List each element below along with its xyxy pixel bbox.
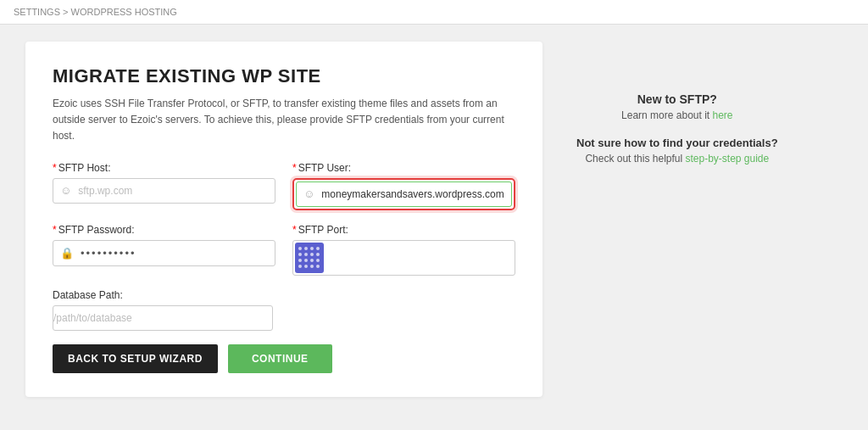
form-row-1: *SFTP Host: ☺ *SFTP User: ☺ bbox=[53, 162, 515, 210]
database-path-input[interactable] bbox=[53, 306, 272, 330]
sftp-host-label: *SFTP Host: bbox=[53, 162, 275, 174]
sftp-host-group: *SFTP Host: ☺ bbox=[53, 162, 275, 210]
database-path-input-wrapper bbox=[53, 305, 273, 331]
form-row-3: Database Path: bbox=[53, 289, 515, 331]
sftp-password-input-wrapper: 🔒 bbox=[53, 240, 275, 266]
new-to-sftp-text: Learn more about it here bbox=[576, 109, 778, 121]
sftp-password-label: *SFTP Password: bbox=[53, 224, 275, 236]
main-card: MIGRATE EXISTING WP SITE Ezoic uses SSH … bbox=[25, 42, 542, 397]
sftp-user-highlight-wrapper: ☺ bbox=[292, 178, 515, 210]
database-path-group: Database Path: bbox=[53, 289, 273, 331]
sftp-user-input-wrapper: ☺ bbox=[296, 181, 512, 207]
sftp-port-input[interactable] bbox=[324, 246, 513, 270]
sftp-password-input[interactable] bbox=[81, 241, 275, 265]
database-path-label: Database Path: bbox=[53, 289, 273, 301]
required-star-port: * bbox=[292, 224, 297, 236]
sftp-user-input[interactable] bbox=[321, 182, 511, 206]
continue-button[interactable]: CONTINUE bbox=[228, 344, 332, 373]
back-to-setup-button[interactable]: BACK TO SETUP WIZARD bbox=[53, 344, 218, 373]
card-description: Ezoic uses SSH File Transfer Protocol, o… bbox=[53, 96, 515, 145]
breadcrumb: SETTINGS > WORDPRESS HOSTING bbox=[0, 0, 868, 25]
page-title: MIGRATE EXISTING WP SITE bbox=[53, 65, 515, 87]
sftp-host-input[interactable] bbox=[78, 179, 275, 203]
breadcrumb-settings[interactable]: SETTINGS bbox=[14, 7, 60, 17]
side-panel: New to SFTP? Learn more about it here No… bbox=[576, 42, 778, 397]
required-star-pwd: * bbox=[53, 224, 57, 236]
credentials-title: Not sure how to find your credentials? bbox=[576, 137, 778, 149]
lock-icon: 🔒 bbox=[53, 247, 81, 260]
sftp-host-input-wrapper: ☺ bbox=[53, 178, 275, 204]
button-row: BACK TO SETUP WIZARD CONTINUE bbox=[53, 344, 515, 373]
person-icon-user: ☺ bbox=[297, 187, 321, 200]
here-link[interactable]: here bbox=[713, 109, 733, 121]
breadcrumb-current: WORDPRESS HOSTING bbox=[71, 7, 177, 17]
sftp-port-group: *SFTP Port: bbox=[292, 224, 515, 276]
port-dots-grid bbox=[298, 247, 320, 269]
required-star: * bbox=[53, 162, 57, 174]
sftp-port-spinner[interactable] bbox=[295, 243, 324, 273]
sftp-port-label: *SFTP Port: bbox=[292, 224, 515, 236]
sftp-user-label: *SFTP User: bbox=[292, 162, 515, 174]
person-icon: ☺ bbox=[53, 184, 78, 197]
new-to-sftp-title: New to SFTP? bbox=[576, 92, 778, 106]
sftp-password-group: *SFTP Password: 🔒 bbox=[53, 224, 275, 276]
page-content: MIGRATE EXISTING WP SITE Ezoic uses SSH … bbox=[0, 25, 868, 414]
required-star-user: * bbox=[292, 162, 297, 174]
form-row-2: *SFTP Password: 🔒 *SFTP Port: bbox=[53, 224, 515, 276]
credentials-text: Check out this helpful step-by-step guid… bbox=[576, 153, 778, 165]
sftp-port-input-wrapper bbox=[292, 240, 515, 276]
breadcrumb-separator: > bbox=[60, 7, 71, 17]
sftp-user-group: *SFTP User: ☺ bbox=[292, 162, 515, 210]
step-by-step-link[interactable]: step-by-step guide bbox=[685, 153, 769, 165]
